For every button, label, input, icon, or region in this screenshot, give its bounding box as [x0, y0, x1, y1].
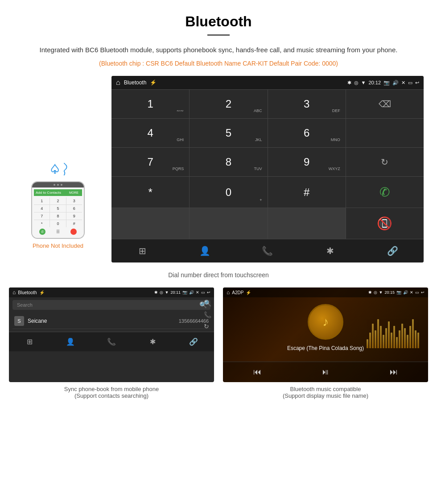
signal-waves	[62, 164, 67, 175]
phone-app-label: Add to Contacts	[36, 191, 61, 195]
phonebook-block: ⌂ Bluetooth ⚡ ✱ ◎ ▼ 20:11 📷 🔊 ✕ ▭ ↩	[9, 287, 214, 401]
phone-key-star[interactable]: *	[34, 220, 49, 227]
close-icon: ✕	[401, 80, 405, 86]
dialer-call-cell[interactable]: ✆	[346, 177, 424, 208]
description-text: Integrated with BC6 Bluetooth module, su…	[0, 45, 437, 60]
specs-text: (Bluetooth chip : CSR BC6 Default Blueto…	[0, 60, 437, 76]
phonebook-bottom-bar: ⊞ 👤 📞 ✱ 🔗	[9, 332, 214, 351]
phone-key-6[interactable]: 6	[66, 205, 82, 212]
dialer-bottom-bar: ⊞ 👤 📞 ✱ 🔗	[111, 239, 424, 262]
bottom-bt-icon[interactable]: ✱	[299, 239, 361, 262]
dialer-key-6[interactable]: 6MNO	[268, 119, 346, 147]
next-track-button[interactable]: ⏭	[360, 362, 428, 382]
pb-time: 20:11	[170, 290, 181, 295]
eq-bar	[375, 330, 376, 348]
phonebook-content: Search 🔍 S Seicane 13566664466	[9, 297, 214, 332]
phone-bottom-row: ✆ ☰	[34, 227, 82, 236]
music-home-icon[interactable]: ⌂	[227, 289, 230, 296]
phone-key-8[interactable]: 8	[50, 212, 66, 220]
dialer-end-call-cell[interactable]: 📵	[346, 208, 424, 239]
pb-side-search-icon[interactable]: 🔍	[204, 300, 211, 307]
pb-side-refresh-icon[interactable]: ↻	[204, 323, 211, 330]
phone-key-1[interactable]: 1	[34, 197, 49, 204]
dialer-key-5[interactable]: 5JKL	[190, 119, 267, 147]
ms-bt: ✱	[368, 290, 372, 295]
eq-bar	[396, 337, 398, 348]
eq-bar	[388, 321, 390, 348]
dialer-delete-cell[interactable]: ⌫	[346, 90, 424, 118]
phone-keypad: 1 2 3 4 5 6 7 8 9 * 0 #	[34, 197, 82, 227]
phonebook-caption: Sync phone-book from mobile phone (Suppo…	[9, 382, 214, 401]
eq-bar	[409, 326, 411, 348]
phone-key-5[interactable]: 5	[50, 205, 66, 212]
phonebook-home-icon[interactable]: ⌂	[12, 289, 16, 296]
ms-loc: ◎	[374, 290, 377, 295]
contact-row[interactable]: S Seicane 13566664466	[12, 313, 210, 329]
signal-wave-small	[62, 171, 66, 175]
phone-key-hash[interactable]: #	[66, 220, 82, 227]
eq-bar	[417, 333, 419, 348]
bottom-keypad-icon[interactable]: ⊞	[111, 239, 173, 262]
phone-side: ♤ Add to Contacts MORE 1 2 3	[13, 76, 111, 262]
phone-dot-2	[57, 184, 59, 186]
dialer-key-hash[interactable]: #	[268, 177, 346, 208]
prev-track-button[interactable]: ⏮	[223, 362, 291, 382]
pb-back[interactable]: ↩	[207, 290, 210, 295]
home-icon[interactable]: ⌂	[116, 79, 120, 87]
dialer-key-3[interactable]: 3DEF	[268, 90, 346, 118]
dialer-refresh-cell[interactable]: ↻	[346, 148, 424, 176]
phonebook-screen: ⌂ Bluetooth ⚡ ✱ ◎ ▼ 20:11 📷 🔊 ✕ ▭ ↩	[9, 287, 214, 382]
bottom-contacts-icon[interactable]: 👤	[174, 239, 236, 262]
pb-side-call-icon[interactable]: 📞	[204, 311, 211, 318]
back-icon[interactable]: ↩	[415, 80, 419, 86]
dialer-key-star[interactable]: *	[111, 177, 189, 208]
dialer-key-9[interactable]: 9WXYZ	[268, 148, 346, 176]
dialer-extra-1	[111, 208, 189, 239]
phone-screen: Add to Contacts MORE 1 2 3 4 5 6 7 8 9 *…	[32, 187, 84, 238]
title-divider	[207, 34, 230, 36]
pb-bottom-bt[interactable]: ✱	[132, 334, 173, 350]
phone-key-7[interactable]: 7	[34, 212, 49, 220]
bottom-settings-icon[interactable]: 🔗	[362, 239, 424, 262]
pb-bottom-link[interactable]: 🔗	[173, 334, 214, 350]
phone-key-3[interactable]: 3	[66, 197, 82, 204]
phone-key-4[interactable]: 4	[34, 205, 49, 212]
dialer-key-1[interactable]: 1∾∾	[111, 90, 189, 118]
dialer-key-8[interactable]: 8TUV	[190, 148, 267, 176]
phone-call-button[interactable]: ✆	[39, 229, 45, 235]
ms-cam: 📷	[396, 290, 401, 295]
dialer-key-2[interactable]: 2ABC	[190, 90, 267, 118]
ms-sig: ▼	[379, 290, 383, 295]
dialer-empty-r2	[346, 119, 424, 147]
phone-end-button[interactable]	[70, 229, 77, 235]
play-pause-button[interactable]: ⏯	[291, 362, 359, 382]
eq-bar	[407, 335, 408, 348]
pb-bottom-keypad[interactable]: ⊞	[9, 334, 50, 350]
location-icon: ◎	[354, 80, 359, 86]
car-status-bar: ⌂ Bluetooth ⚡ ✱ ◎ ▼ 20:12 📷 🔊 ✕ ▭ ↩	[111, 76, 424, 89]
music-screen: ⌂ A2DP ⚡ ✱ ◎ ▼ 20:15 📷 🔊 ✕ ▭ ↩	[223, 287, 428, 382]
bottom-call-icon[interactable]: 📞	[236, 239, 298, 262]
pb-bottom-call[interactable]: 📞	[91, 334, 132, 350]
ms-vol: 🔊	[403, 290, 408, 295]
eq-bar	[391, 333, 392, 348]
search-bar-container: Search 🔍	[12, 300, 210, 310]
pb-x: ✕	[196, 290, 199, 295]
phone-key-2[interactable]: 2	[50, 197, 66, 204]
dialer-key-4[interactable]: 4GHI	[111, 119, 189, 147]
music-controls: ⏮ ⏯ ⏭	[223, 362, 428, 382]
phone-key-9[interactable]: 9	[66, 212, 82, 220]
phonebook-wrapper: Search 🔍 S Seicane 13566664466 🔍 📞 ↻	[9, 297, 214, 332]
phonebook-app-name: Bluetooth	[18, 290, 37, 295]
pb-bottom-user[interactable]: 👤	[50, 334, 91, 350]
dialer-key-7[interactable]: 7PQRS	[111, 148, 189, 176]
ms-back[interactable]: ↩	[421, 290, 425, 295]
phone-call-icon: ✆	[41, 230, 44, 234]
pb-cam: 📷	[182, 290, 187, 295]
phone-key-0[interactable]: 0	[50, 220, 66, 227]
eq-bar	[380, 326, 382, 348]
dialer-extra-2	[190, 208, 267, 239]
dialer-key-0[interactable]: 0+	[190, 177, 267, 208]
music-usb: ⚡	[246, 290, 251, 295]
volume-icon: 🔊	[392, 80, 399, 86]
